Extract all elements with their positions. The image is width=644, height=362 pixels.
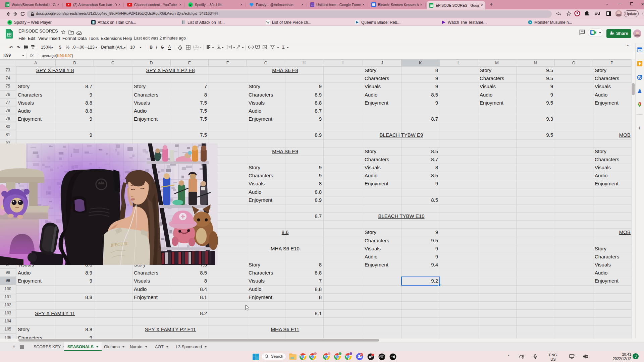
svg-text:W: W [266, 20, 270, 24]
svg-text:31: 31 [638, 49, 641, 52]
svg-text:9+: 9+ [360, 354, 362, 356]
